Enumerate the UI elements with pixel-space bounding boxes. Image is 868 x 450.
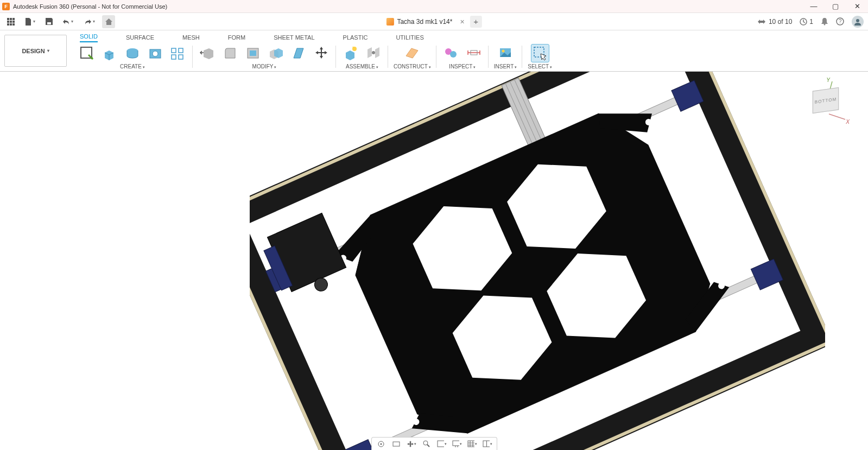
svg-rect-66 [393, 442, 400, 446]
tab-utilities[interactable]: UTILITIES [396, 34, 423, 42]
extensions-button[interactable]: 10 of 10 [758, 18, 792, 26]
group-create: CREATE [72, 42, 193, 71]
zoom-button[interactable] [422, 439, 432, 449]
group-label: ASSEMBLE [346, 64, 375, 69]
group-label: INSERT [494, 64, 514, 69]
svg-point-65 [380, 443, 382, 445]
svg-point-18 [153, 51, 158, 56]
svg-rect-21 [172, 55, 176, 59]
svg-point-31 [502, 50, 505, 53]
svg-point-14 [856, 19, 859, 22]
pattern-button[interactable] [169, 44, 187, 62]
minimize-button[interactable]: — [803, 0, 825, 13]
home-button[interactable] [102, 15, 115, 28]
quick-access-toolbar: Tacha 3d mk1 v14* × + 10 of 10 1 ? [0, 13, 868, 30]
tab-form[interactable]: FORM [228, 34, 245, 42]
move-button[interactable] [312, 44, 331, 62]
dimension-button[interactable] [465, 44, 483, 62]
close-tab-button[interactable]: × [460, 17, 464, 26]
new-tab-button[interactable]: + [470, 16, 482, 28]
svg-rect-22 [179, 55, 183, 59]
extrude-button[interactable] [100, 44, 119, 62]
svg-rect-73 [468, 441, 474, 447]
display-settings-button[interactable] [452, 439, 462, 449]
view-cube[interactable]: Y X BOTTOM [803, 77, 852, 126]
svg-rect-0 [7, 18, 9, 20]
recovery-status: 10 of 10 [769, 18, 792, 26]
viewport-layout-button[interactable] [483, 439, 492, 449]
create-sketch-button[interactable] [78, 44, 96, 62]
workspace-label: DESIGN [22, 48, 45, 54]
look-at-button[interactable] [391, 439, 401, 449]
notifications-button[interactable] [821, 17, 828, 26]
svg-rect-24 [250, 50, 256, 56]
measure-button[interactable] [442, 44, 460, 62]
help-button[interactable]: ? [836, 17, 844, 26]
draft-button[interactable] [289, 44, 308, 62]
svg-rect-5 [12, 21, 15, 23]
ribbon: DESIGN SOLID SURFACE MESH FORM SHEET MET… [0, 30, 868, 72]
group-label: MODIFY [252, 64, 274, 69]
svg-rect-4 [10, 21, 12, 23]
svg-rect-6 [7, 23, 9, 26]
press-pull-button[interactable] [198, 44, 217, 62]
workspace-switcher[interactable]: DESIGN [4, 35, 67, 67]
tab-mesh[interactable]: MESH [182, 34, 200, 42]
joint-button[interactable] [364, 44, 383, 62]
construct-plane-button[interactable] [403, 44, 421, 62]
window-title: Autodesk Fusion 360 (Personal - Not for … [13, 3, 167, 10]
group-construct: CONSTRUCT [388, 42, 436, 71]
redo-button[interactable] [80, 15, 99, 28]
svg-point-11 [824, 24, 826, 26]
viewport-canvas[interactable]: Y X BOTTOM [0, 72, 868, 450]
svg-rect-9 [47, 22, 51, 24]
svg-rect-69 [438, 441, 444, 447]
svg-rect-7 [10, 23, 12, 26]
hole-button[interactable] [146, 44, 164, 62]
group-modify: MODIFY [193, 42, 336, 71]
revolve-button[interactable] [123, 44, 142, 62]
svg-rect-3 [7, 21, 9, 23]
insert-button[interactable] [496, 44, 515, 62]
view-cube-face[interactable]: BOTTOM [813, 87, 839, 113]
fit-button[interactable] [437, 439, 447, 449]
svg-point-26 [372, 51, 375, 54]
shell-button[interactable] [244, 44, 262, 62]
app-icon: F [2, 3, 10, 10]
group-insert: INSERT [489, 42, 523, 71]
svg-rect-1 [10, 18, 12, 20]
navigation-bar [371, 437, 497, 450]
file-menu-button[interactable] [21, 15, 39, 28]
tab-surface[interactable]: SURFACE [126, 34, 154, 42]
undo-button[interactable] [59, 15, 77, 28]
model-3d[interactable] [250, 72, 825, 450]
tab-solid[interactable]: SOLID [80, 33, 98, 42]
document-tab[interactable]: Tacha 3d mk1 v14* × + [386, 16, 481, 28]
svg-rect-19 [172, 48, 176, 53]
svg-line-68 [427, 445, 429, 447]
maximize-button[interactable]: ▢ [825, 0, 846, 13]
tab-plastic[interactable]: PLASTIC [343, 34, 368, 42]
group-select: SELECT [522, 42, 557, 71]
new-component-button[interactable] [341, 44, 360, 62]
group-inspect: INSPECT [436, 42, 489, 71]
group-label: CREATE [120, 64, 142, 69]
data-panel-button[interactable] [4, 15, 17, 28]
job-status-button[interactable]: 1 [800, 18, 813, 26]
select-button[interactable] [531, 44, 549, 62]
grid-settings-button[interactable] [467, 439, 477, 449]
group-label: INSPECT [449, 64, 472, 69]
user-avatar[interactable] [852, 16, 864, 28]
svg-rect-20 [179, 48, 183, 53]
save-button[interactable] [42, 15, 55, 28]
svg-text:?: ? [839, 18, 842, 24]
close-button[interactable]: ✕ [846, 0, 868, 13]
document-icon [386, 18, 394, 26]
svg-point-28 [450, 51, 457, 58]
pan-button[interactable] [407, 439, 416, 449]
tab-sheet-metal[interactable]: SHEET METAL [274, 34, 314, 42]
combine-button[interactable] [267, 44, 285, 62]
fillet-button[interactable] [221, 44, 239, 62]
orbit-button[interactable] [376, 439, 386, 449]
svg-rect-2 [12, 18, 15, 20]
